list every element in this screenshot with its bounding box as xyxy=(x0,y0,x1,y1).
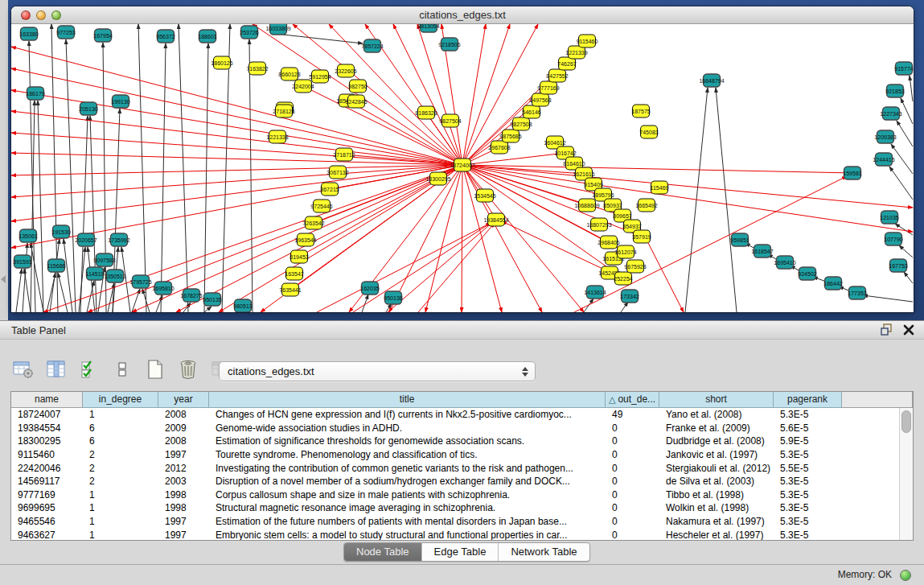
graph-node-label: 16033809 xyxy=(265,26,290,31)
graph-edge[interactable] xyxy=(418,223,495,312)
cell-out_de: 0 xyxy=(606,463,659,474)
citation-network-graph[interactable]: 2967608987568598275085461466497568977716… xyxy=(11,24,914,312)
table-row[interactable]: 946554611997Estimation of the future num… xyxy=(11,515,900,529)
graph-edge[interactable] xyxy=(29,41,35,312)
column-header-short[interactable]: short xyxy=(659,392,774,408)
rows-icon[interactable] xyxy=(110,357,134,381)
table-row[interactable]: 1830029562008Estimation of significance … xyxy=(11,435,900,448)
graph-edge[interactable] xyxy=(904,272,913,283)
tab-edge-table[interactable]: Edge Table xyxy=(421,543,499,561)
graph-node-label: 2967608 xyxy=(488,145,510,150)
column-header-year[interactable]: year xyxy=(158,392,209,408)
graph-edge[interactable] xyxy=(353,222,492,312)
graph-edge[interactable] xyxy=(647,240,684,312)
graph-edge[interactable] xyxy=(910,76,913,101)
table-row[interactable]: 977716911998Corpus callosum shape and si… xyxy=(11,488,900,502)
graph-node-label: 9725446 xyxy=(310,204,332,209)
cell-pagerank: 5.6E-5 xyxy=(774,422,842,434)
graph-edge[interactable] xyxy=(183,303,191,312)
graph-edge[interactable] xyxy=(23,243,27,312)
graph-node-label: 1350513 xyxy=(104,274,125,279)
graph-node-label: 1604612 xyxy=(544,140,565,146)
graph-edge[interactable] xyxy=(863,295,913,302)
graph-edge[interactable] xyxy=(138,24,146,312)
cell-pagerank: 5.9E-5 xyxy=(774,435,842,447)
new-table-icon[interactable] xyxy=(143,357,167,381)
table-selector-dropdown[interactable]: citations_edges.txt xyxy=(219,361,536,381)
network-window-titlebar[interactable]: citations_edges.txt xyxy=(11,6,914,24)
table-settings-icon[interactable] xyxy=(11,357,35,381)
graph-node-label: 1016742 xyxy=(554,150,576,156)
graph-edge[interactable] xyxy=(204,307,211,312)
column-header-pagerank[interactable]: pagerank xyxy=(774,392,842,408)
graph-edge[interactable] xyxy=(80,116,88,312)
graph-edge[interactable] xyxy=(621,302,628,312)
scrollbar-thumb[interactable] xyxy=(901,410,911,433)
graph-node-label: 1227343 xyxy=(880,111,901,117)
table-row[interactable]: 2242004622012Investigating the contribut… xyxy=(11,461,900,475)
graph-edge[interactable] xyxy=(38,101,43,312)
graph-edge[interactable] xyxy=(901,98,913,124)
cell-name: 14569117 xyxy=(11,476,83,487)
graph-node-label: 167954 xyxy=(93,33,112,39)
graph-edge[interactable] xyxy=(11,68,462,165)
graph-edge[interactable] xyxy=(249,39,253,312)
graph-edge[interactable] xyxy=(462,165,462,312)
graph-node-label: 2322605 xyxy=(335,68,356,74)
table-row[interactable]: 1938455462009Genome-wide association stu… xyxy=(11,422,900,435)
column-header-in_degree[interactable]: in_degree xyxy=(83,392,158,408)
graph-node-label: 9097588 xyxy=(93,257,115,263)
tab-network-table[interactable]: Network Table xyxy=(498,543,589,561)
graph-edge[interactable] xyxy=(889,167,913,200)
graph-edge[interactable] xyxy=(47,273,55,312)
graph-node-label: 107790 xyxy=(884,237,902,242)
graph-node-label: 9777169 xyxy=(537,85,559,91)
graph-edge[interactable] xyxy=(716,88,737,312)
table-row[interactable]: 1456911722003Disruption of a novel membe… xyxy=(11,475,900,488)
cell-title: Investigating the contribution of common… xyxy=(209,463,606,474)
column-header-name[interactable]: name xyxy=(11,392,83,408)
graph-edge[interactable] xyxy=(303,86,462,165)
table-row[interactable]: 1872400712008Changes of HCN gene express… xyxy=(11,408,900,422)
graph-edge[interactable] xyxy=(899,245,913,257)
graph-edge[interactable] xyxy=(176,165,462,312)
row-select-check-icon[interactable] xyxy=(77,357,101,381)
graph-node-label: 1209383 xyxy=(874,134,896,140)
splitter-collapse-handle[interactable] xyxy=(1,275,6,283)
graph-edge[interactable] xyxy=(462,153,565,165)
graph-edge[interactable] xyxy=(897,121,913,146)
graph-node-label: 8660128 xyxy=(278,72,300,77)
graph-edge[interactable] xyxy=(11,90,462,165)
cell-title: Structural magnetic resonance image aver… xyxy=(209,502,606,513)
network-canvas[interactable]: 2967608987568598275085461466497568977716… xyxy=(11,24,914,312)
column-header-title[interactable]: title xyxy=(209,392,606,408)
column-visibility-icon[interactable] xyxy=(44,357,68,381)
delete-table-icon[interactable] xyxy=(176,357,200,381)
table-row[interactable]: 946362711997Embryonic stem cells: a mode… xyxy=(11,528,900,540)
close-panel-icon[interactable] xyxy=(903,324,914,336)
graph-edge[interactable] xyxy=(24,269,31,312)
tab-node-table[interactable]: Node Table xyxy=(344,543,421,561)
graph-edge[interactable] xyxy=(388,221,494,312)
graph-edge[interactable] xyxy=(161,43,166,312)
float-panel-icon[interactable] xyxy=(881,323,893,336)
column-header-out_de[interactable]: △out_de... xyxy=(606,392,659,408)
graph-edge[interactable] xyxy=(283,35,363,43)
cell-name: 18724007 xyxy=(11,409,83,420)
graph-edge[interactable] xyxy=(11,165,462,221)
graph-edge[interactable] xyxy=(179,24,188,312)
graph-edge[interactable] xyxy=(425,165,462,312)
graph-node-label: 959851 xyxy=(730,237,749,243)
vertical-scrollbar[interactable] xyxy=(899,408,913,540)
table-row[interactable]: 911546021997Tourette syndrome. Phenomeno… xyxy=(11,448,900,462)
graph-node-label: 191530 xyxy=(51,229,70,235)
graph-edge[interactable] xyxy=(79,247,85,312)
graph-edge[interactable] xyxy=(204,43,208,312)
graph-node-label: 1963544 xyxy=(294,237,316,243)
table-row[interactable]: 969969511998Structural magnetic resonanc… xyxy=(11,501,900,515)
table-selector-value: citations_edges.txt xyxy=(220,365,515,377)
graph-edge[interactable] xyxy=(462,165,502,312)
graph-node-label: 921853 xyxy=(885,89,904,94)
graph-edge[interactable] xyxy=(16,269,22,312)
graph-edge[interactable] xyxy=(43,165,462,312)
